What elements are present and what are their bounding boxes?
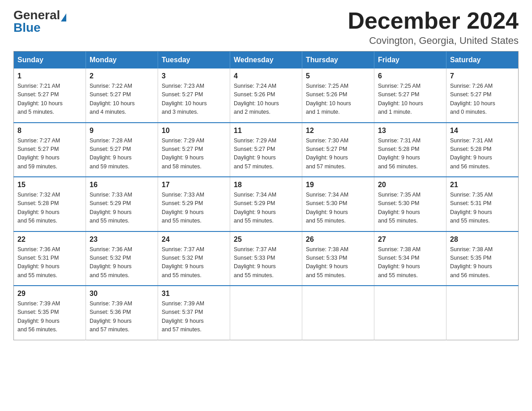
day-number: 28 — [450, 235, 515, 244]
calendar-cell: 22 Sunrise: 7:36 AMSunset: 5:31 PMDaylig… — [14, 231, 86, 286]
calendar-cell: 16 Sunrise: 7:33 AMSunset: 5:29 PMDaylig… — [86, 177, 158, 231]
day-number: 6 — [378, 72, 442, 80]
day-info: Sunrise: 7:37 AMSunset: 5:32 PMDaylight:… — [162, 245, 226, 280]
calendar-cell: 24 Sunrise: 7:37 AMSunset: 5:32 PMDaylig… — [158, 231, 230, 286]
day-number: 17 — [162, 181, 226, 189]
day-number: 8 — [17, 127, 82, 135]
location: Covington, Georgia, United States — [348, 35, 519, 47]
calendar-cell: 23 Sunrise: 7:36 AMSunset: 5:32 PMDaylig… — [86, 231, 158, 286]
day-info: Sunrise: 7:36 AMSunset: 5:31 PMDaylight:… — [17, 245, 82, 280]
day-number: 3 — [162, 72, 226, 80]
calendar-cell: 8 Sunrise: 7:27 AMSunset: 5:27 PMDayligh… — [14, 123, 86, 177]
col-saturday: Saturday — [446, 51, 519, 69]
day-info: Sunrise: 7:29 AMSunset: 5:27 PMDaylight:… — [162, 137, 226, 171]
calendar-cell: 7 Sunrise: 7:26 AMSunset: 5:27 PMDayligh… — [446, 68, 519, 123]
day-number: 18 — [234, 181, 298, 189]
calendar-cell — [302, 286, 374, 340]
day-info: Sunrise: 7:39 AMSunset: 5:35 PMDaylight:… — [17, 300, 82, 334]
day-number: 24 — [162, 235, 226, 244]
day-info: Sunrise: 7:39 AMSunset: 5:37 PMDaylight:… — [162, 300, 226, 334]
day-info: Sunrise: 7:28 AMSunset: 5:27 PMDaylight:… — [90, 137, 154, 171]
calendar-cell: 27 Sunrise: 7:38 AMSunset: 5:34 PMDaylig… — [374, 231, 446, 286]
day-info: Sunrise: 7:38 AMSunset: 5:34 PMDaylight:… — [378, 245, 442, 280]
calendar-cell: 2 Sunrise: 7:22 AMSunset: 5:27 PMDayligh… — [86, 68, 158, 123]
day-info: Sunrise: 7:34 AMSunset: 5:29 PMDaylight:… — [234, 191, 298, 226]
calendar-header-row: Sunday Monday Tuesday Wednesday Thursday… — [14, 51, 519, 69]
col-monday: Monday — [86, 51, 158, 69]
day-number: 29 — [17, 290, 82, 298]
day-number: 13 — [378, 127, 442, 135]
day-number: 12 — [306, 127, 370, 135]
calendar-cell: 10 Sunrise: 7:29 AMSunset: 5:27 PMDaylig… — [158, 123, 230, 177]
logo: General Blue — [13, 9, 66, 34]
day-info: Sunrise: 7:32 AMSunset: 5:28 PMDaylight:… — [17, 191, 82, 226]
calendar-cell: 4 Sunrise: 7:24 AMSunset: 5:26 PMDayligh… — [230, 68, 302, 123]
day-info: Sunrise: 7:25 AMSunset: 5:27 PMDaylight:… — [378, 82, 442, 117]
day-number: 15 — [17, 181, 82, 189]
day-info: Sunrise: 7:30 AMSunset: 5:27 PMDaylight:… — [306, 137, 370, 171]
day-number: 26 — [306, 235, 370, 244]
day-number: 9 — [90, 127, 154, 135]
day-info: Sunrise: 7:35 AMSunset: 5:31 PMDaylight:… — [450, 191, 515, 226]
day-number: 20 — [378, 181, 442, 189]
day-info: Sunrise: 7:24 AMSunset: 5:26 PMDaylight:… — [234, 82, 298, 117]
day-info: Sunrise: 7:33 AMSunset: 5:29 PMDaylight:… — [90, 191, 154, 226]
calendar-week-row: 8 Sunrise: 7:27 AMSunset: 5:27 PMDayligh… — [14, 123, 519, 177]
day-info: Sunrise: 7:23 AMSunset: 5:27 PMDaylight:… — [162, 82, 226, 117]
day-info: Sunrise: 7:38 AMSunset: 5:33 PMDaylight:… — [306, 245, 370, 280]
calendar-cell: 14 Sunrise: 7:31 AMSunset: 5:28 PMDaylig… — [446, 123, 519, 177]
calendar-cell: 26 Sunrise: 7:38 AMSunset: 5:33 PMDaylig… — [302, 231, 374, 286]
day-number: 23 — [90, 235, 154, 244]
day-info: Sunrise: 7:36 AMSunset: 5:32 PMDaylight:… — [90, 245, 154, 280]
day-number: 19 — [306, 181, 370, 189]
day-info: Sunrise: 7:26 AMSunset: 5:27 PMDaylight:… — [450, 82, 515, 117]
calendar-cell — [230, 286, 302, 340]
calendar-week-row: 15 Sunrise: 7:32 AMSunset: 5:28 PMDaylig… — [14, 177, 519, 231]
day-number: 7 — [450, 72, 515, 80]
day-info: Sunrise: 7:35 AMSunset: 5:30 PMDaylight:… — [378, 191, 442, 226]
day-info: Sunrise: 7:29 AMSunset: 5:27 PMDaylight:… — [234, 137, 298, 171]
calendar-cell: 15 Sunrise: 7:32 AMSunset: 5:28 PMDaylig… — [14, 177, 86, 231]
day-info: Sunrise: 7:34 AMSunset: 5:30 PMDaylight:… — [306, 191, 370, 226]
title-section: December 2024 Covington, Georgia, United… — [348, 9, 519, 47]
calendar-cell: 1 Sunrise: 7:21 AMSunset: 5:27 PMDayligh… — [14, 68, 86, 123]
calendar-cell: 30 Sunrise: 7:39 AMSunset: 5:36 PMDaylig… — [86, 286, 158, 340]
day-info: Sunrise: 7:38 AMSunset: 5:35 PMDaylight:… — [450, 245, 515, 280]
day-info: Sunrise: 7:25 AMSunset: 5:26 PMDaylight:… — [306, 82, 370, 117]
day-number: 22 — [17, 235, 82, 244]
col-friday: Friday — [374, 51, 446, 69]
calendar-week-row: 1 Sunrise: 7:21 AMSunset: 5:27 PMDayligh… — [14, 68, 519, 123]
day-number: 1 — [17, 72, 82, 80]
calendar-cell: 17 Sunrise: 7:33 AMSunset: 5:29 PMDaylig… — [158, 177, 230, 231]
day-number: 21 — [450, 181, 515, 189]
day-info: Sunrise: 7:22 AMSunset: 5:27 PMDaylight:… — [90, 82, 154, 117]
calendar-cell: 21 Sunrise: 7:35 AMSunset: 5:31 PMDaylig… — [446, 177, 519, 231]
day-number: 30 — [90, 290, 154, 298]
logo-general-text: General — [13, 8, 60, 22]
calendar-cell: 6 Sunrise: 7:25 AMSunset: 5:27 PMDayligh… — [374, 68, 446, 123]
day-number: 5 — [306, 72, 370, 80]
col-wednesday: Wednesday — [230, 51, 302, 69]
calendar-cell: 29 Sunrise: 7:39 AMSunset: 5:35 PMDaylig… — [14, 286, 86, 340]
day-number: 27 — [378, 235, 442, 244]
calendar-cell — [446, 286, 519, 340]
day-info: Sunrise: 7:39 AMSunset: 5:36 PMDaylight:… — [90, 300, 154, 334]
calendar-cell: 31 Sunrise: 7:39 AMSunset: 5:37 PMDaylig… — [158, 286, 230, 340]
day-info: Sunrise: 7:37 AMSunset: 5:33 PMDaylight:… — [234, 245, 298, 280]
calendar-cell: 11 Sunrise: 7:29 AMSunset: 5:27 PMDaylig… — [230, 123, 302, 177]
day-number: 16 — [90, 181, 154, 189]
day-info: Sunrise: 7:31 AMSunset: 5:28 PMDaylight:… — [450, 137, 515, 171]
day-number: 4 — [234, 72, 298, 80]
day-number: 31 — [162, 290, 226, 298]
calendar-table: Sunday Monday Tuesday Wednesday Thursday… — [13, 51, 519, 340]
day-number: 25 — [234, 235, 298, 244]
calendar-cell: 5 Sunrise: 7:25 AMSunset: 5:26 PMDayligh… — [302, 68, 374, 123]
day-info: Sunrise: 7:27 AMSunset: 5:27 PMDaylight:… — [17, 137, 82, 171]
calendar-cell: 25 Sunrise: 7:37 AMSunset: 5:33 PMDaylig… — [230, 231, 302, 286]
logo-general-line: General — [13, 9, 66, 21]
col-sunday: Sunday — [14, 51, 86, 69]
calendar-cell: 3 Sunrise: 7:23 AMSunset: 5:27 PMDayligh… — [158, 68, 230, 123]
calendar-cell: 19 Sunrise: 7:34 AMSunset: 5:30 PMDaylig… — [302, 177, 374, 231]
day-number: 14 — [450, 127, 515, 135]
calendar-cell: 28 Sunrise: 7:38 AMSunset: 5:35 PMDaylig… — [446, 231, 519, 286]
